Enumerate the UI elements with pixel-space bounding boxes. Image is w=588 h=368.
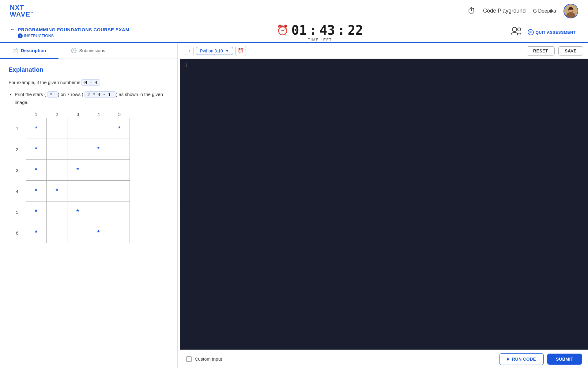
stopwatch-icon: ⏱ [468, 6, 476, 16]
row-label-3: 3 [9, 168, 26, 173]
cell-5-3: * [67, 201, 88, 222]
timer-colon2: : [337, 23, 345, 38]
tab-description[interactable]: 📄 Description [0, 43, 58, 59]
code-playground-link[interactable]: Code Playground [483, 8, 526, 14]
row-label-6: 6 [9, 230, 26, 236]
explanation-title: Explanation [9, 66, 169, 73]
grid-col-headers: 1 2 3 4 5 [26, 110, 169, 118]
row-6-cells: * * [26, 222, 130, 243]
row-3-cells: * * [26, 160, 130, 181]
svg-point-5 [518, 28, 521, 31]
cell-4-3 [67, 181, 88, 201]
cell-5-1: * [26, 201, 47, 222]
custom-input-section: Custom Input [186, 356, 222, 362]
grid-row-6: 6 * * [9, 222, 169, 243]
cell-2-1: * [26, 139, 47, 160]
cell-6-3 [67, 222, 88, 243]
description-tab-label: Description [21, 48, 46, 53]
alarm-button[interactable]: ⏰ [236, 46, 246, 56]
row-2-cells: * * [26, 139, 130, 160]
back-button[interactable]: ← PROGRAMMING FOUNDATIONS COURSE EXAM [10, 26, 129, 33]
instructions-link[interactable]: i INSTRUCTIONS [18, 33, 129, 38]
top-navigation: NXT WAVE™ ⏱ Code Playground G Deepika [0, 0, 588, 22]
bullet-text-mid: ) on 7 rows ( [58, 92, 83, 97]
row-label-2: 2 [9, 147, 26, 152]
grid-row-3: 3 * * [9, 160, 169, 181]
left-panel: 📄 Description 🕐 Submissions Explanation … [0, 43, 178, 368]
bullet-text-pre: Print the stars ( [15, 92, 46, 97]
timer-minutes: 43 [319, 23, 335, 38]
bottom-actions: RUN CODE SUBMIT [499, 353, 582, 365]
info-icon: i [18, 33, 23, 38]
text-before-n: For example, if the given number is [9, 80, 80, 85]
cell-2-2 [47, 139, 67, 160]
cell-4-2: * [47, 181, 67, 201]
code-editor-area[interactable]: 1 [180, 59, 588, 350]
toolbar-left: ‹ Python 3.10 ▼ ⏰ [185, 46, 246, 56]
quit-circle-icon: ✕ [528, 29, 534, 35]
cell-3-5 [109, 160, 130, 181]
cell-1-1: * [26, 118, 47, 139]
row-label-1: 1 [9, 126, 26, 131]
star-code: * [47, 91, 58, 98]
language-label: Python 3.10 [200, 48, 223, 53]
custom-input-checkbox[interactable] [186, 356, 192, 362]
resize-handle[interactable]: · · · · [178, 43, 180, 368]
logo-wave: WAVE™ [10, 11, 33, 18]
timer-seconds: 22 [348, 23, 363, 38]
cell-5-4 [88, 201, 109, 222]
bottom-bar: Custom Input RUN CODE SUBMIT [180, 350, 588, 368]
grid-section: 1 2 3 4 5 1 * * [9, 110, 169, 243]
submit-button[interactable]: SUBMIT [547, 354, 582, 365]
exam-header: ← PROGRAMMING FOUNDATIONS COURSE EXAM i … [0, 22, 588, 43]
prev-question-button[interactable]: ‹ [185, 47, 194, 55]
timer-section: ⏰ 01 : 43 : 22 TIME LEFT [277, 23, 363, 42]
cell-5-5 [109, 201, 130, 222]
clock-icon: ⏰ [277, 24, 289, 36]
col-header-4: 4 [88, 110, 109, 118]
description-tab-icon: 📄 [12, 48, 18, 53]
logo-nxt: NXT [10, 4, 24, 11]
proctor-icon [511, 26, 522, 38]
exam-actions: ✕ QUIT ASSESSMENT [511, 26, 576, 38]
run-code-button[interactable]: RUN CODE [499, 353, 544, 365]
text-comma: , [101, 80, 103, 85]
exam-title-section: ← PROGRAMMING FOUNDATIONS COURSE EXAM i … [10, 26, 129, 38]
grid-row-2: 2 * * [9, 139, 169, 160]
instructions-label: INSTRUCTIONS [24, 33, 54, 38]
user-name: G Deepika [533, 8, 556, 14]
save-button[interactable]: SAVE [558, 46, 583, 56]
explanation-paragraph: For example, if the given number is N = … [9, 79, 169, 86]
bullet-item-1: Print the stars ( * ) on 7 rows ( 2 * 4 … [15, 90, 169, 106]
tab-submissions[interactable]: 🕐 Submissions [58, 43, 118, 59]
quit-assessment-button[interactable]: ✕ QUIT ASSESSMENT [528, 29, 576, 35]
timer-label: TIME LEFT [308, 38, 332, 42]
svg-point-4 [512, 27, 517, 32]
grid-row-4: 4 * * [9, 181, 169, 201]
cell-4-5 [109, 181, 130, 201]
main-content: 📄 Description 🕐 Submissions Explanation … [0, 43, 588, 368]
grid-row-5: 5 * * [9, 201, 169, 222]
nav-right: ⏱ Code Playground G Deepika [468, 4, 578, 18]
cell-1-2 [47, 118, 67, 139]
quit-label: QUIT ASSESSMENT [536, 30, 576, 35]
row-4-cells: * * [26, 181, 130, 201]
right-panel: ‹ Python 3.10 ▼ ⏰ RESET SAVE 1 Cust [180, 43, 588, 368]
n-equals-4-code: N = 4 [81, 79, 100, 86]
reset-button[interactable]: RESET [527, 46, 555, 56]
play-icon [507, 358, 510, 361]
avatar [564, 4, 578, 18]
timer-colon1: : [309, 23, 317, 38]
row-5-cells: * * [26, 201, 130, 222]
language-selector[interactable]: Python 3.10 ▼ [196, 47, 233, 55]
col-header-5: 5 [109, 110, 130, 118]
cell-6-2 [47, 222, 67, 243]
cell-2-3 [67, 139, 88, 160]
chevron-down-icon: ▼ [225, 49, 229, 53]
grid-row-1: 1 * * [9, 118, 169, 139]
svg-line-7 [521, 28, 521, 29]
exam-title: PROGRAMMING FOUNDATIONS COURSE EXAM [18, 27, 130, 32]
cell-5-2 [47, 201, 67, 222]
alarm-icon: ⏰ [238, 48, 244, 54]
logo: NXT WAVE™ [10, 4, 33, 18]
